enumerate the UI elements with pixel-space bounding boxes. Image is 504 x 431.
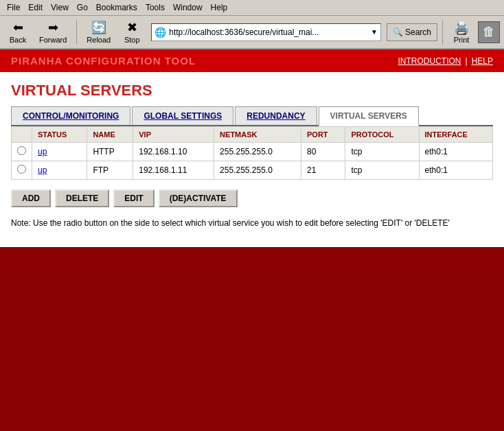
help-link[interactable]: HELP <box>472 56 493 66</box>
main-content: VIRTUAL SERVERS CONTROL/MONITORING GLOBA… <box>0 72 504 247</box>
search-label: Search <box>405 27 431 37</box>
menu-window[interactable]: Window <box>169 1 207 14</box>
content-area: CONTROL/MONITORING GLOBAL SETTINGS REDUN… <box>0 106 504 240</box>
forward-button[interactable]: ➡ Forward <box>34 18 71 46</box>
col-status: STATUS <box>32 127 87 143</box>
row1-radio[interactable] <box>17 146 26 155</box>
app-title: PIRANHA CONFIGURATION TOOL <box>11 55 196 67</box>
delete-button[interactable]: DELETE <box>55 189 109 207</box>
dropdown-arrow-icon[interactable]: ▼ <box>371 28 378 36</box>
menu-tools[interactable]: Tools <box>141 1 169 14</box>
col-protocol: PROTOCOL <box>345 127 419 143</box>
row2-status-value[interactable]: up <box>38 165 47 175</box>
back-button[interactable]: ⬅ Back <box>4 18 32 46</box>
toolbar: ⬅ Back ➡ Forward 🔄 Reload ✖ Stop 🌐 ▼ 🔍 S… <box>0 16 504 49</box>
header-links: INTRODUCTION | HELP <box>398 56 493 66</box>
edit-button[interactable]: EDIT <box>113 189 154 207</box>
row1-radio-cell[interactable] <box>12 143 32 161</box>
browser-window: PIRANHA CONFIGURATION TOOL INTRODUCTION … <box>0 49 504 431</box>
extra-toolbar-button[interactable]: 🗑 <box>478 21 500 43</box>
table-row: up FTP 192.168.1.11 255.255.255.0 21 tcp… <box>12 161 493 180</box>
row1-port: 80 <box>301 143 345 161</box>
row1-status-value[interactable]: up <box>38 147 47 156</box>
stop-icon: ✖ <box>127 20 137 35</box>
table-row: up HTTP 192.168.1.10 255.255.255.0 80 tc… <box>12 143 493 161</box>
print-button[interactable]: 🖨️ Print <box>448 19 475 46</box>
col-vip: VIP <box>133 127 214 143</box>
tab-virtual-servers[interactable]: VIRTUAL SERVERS <box>319 106 419 126</box>
menu-bookmarks[interactable]: Bookmarks <box>92 1 141 14</box>
toolbar-sep-1 <box>76 20 77 45</box>
row1-name: HTTP <box>87 143 133 161</box>
row2-vip: 192.168.1.11 <box>133 161 214 180</box>
row2-name: FTP <box>87 161 133 180</box>
tab-control-monitoring[interactable]: CONTROL/MONITORING <box>11 106 130 125</box>
stop-label: Stop <box>124 36 140 44</box>
col-port: PORT <box>301 127 345 143</box>
reload-label: Reload <box>87 36 111 44</box>
row1-interface: eth0:1 <box>419 143 492 161</box>
forward-label: Forward <box>39 36 67 44</box>
app-header: PIRANHA CONFIGURATION TOOL INTRODUCTION … <box>0 49 504 72</box>
row1-status: up <box>32 143 87 161</box>
row1-protocol: tcp <box>345 143 419 161</box>
menu-view[interactable]: View <box>47 1 73 14</box>
row2-port: 21 <box>301 161 345 180</box>
add-button[interactable]: ADD <box>11 189 51 207</box>
trash-icon: 🗑 <box>483 25 495 39</box>
stop-button[interactable]: ✖ Stop <box>118 18 146 46</box>
brand-name: PIRANHA <box>11 55 62 67</box>
row2-protocol: tcp <box>345 161 419 180</box>
print-label: Print <box>454 36 470 44</box>
tab-global-settings[interactable]: GLOBAL SETTINGS <box>132 106 233 125</box>
toolbar-sep-2 <box>442 20 443 45</box>
note-text: Note: Use the radio button on the side t… <box>11 217 493 229</box>
app-title-rest: CONFIGURATION TOOL <box>62 55 196 67</box>
menu-file[interactable]: File <box>3 1 24 14</box>
page-title: VIRTUAL SERVERS <box>0 72 504 106</box>
row2-netmask: 255.255.255.0 <box>214 161 301 180</box>
menu-bar: File Edit View Go Bookmarks Tools Window… <box>0 0 504 16</box>
reload-icon: 🔄 <box>91 20 106 35</box>
row2-radio-cell[interactable] <box>12 161 32 180</box>
back-icon: ⬅ <box>13 20 23 35</box>
row2-status: up <box>32 161 87 180</box>
col-radio <box>12 127 32 143</box>
search-button[interactable]: 🔍 Search <box>387 23 437 41</box>
address-bar[interactable]: 🌐 ▼ <box>151 23 381 41</box>
col-netmask: NETMASK <box>214 127 301 143</box>
nav-tabs: CONTROL/MONITORING GLOBAL SETTINGS REDUN… <box>11 106 493 126</box>
virtual-servers-table: STATUS NAME VIP NETMASK PORT PROTOCOL IN… <box>11 126 493 180</box>
row1-netmask: 255.255.255.0 <box>214 143 301 161</box>
intro-link[interactable]: INTRODUCTION <box>398 56 461 66</box>
row1-vip: 192.168.1.10 <box>133 143 214 161</box>
deactivate-button[interactable]: (DE)ACTIVATE <box>159 189 238 207</box>
back-label: Back <box>10 36 26 44</box>
forward-icon: ➡ <box>48 20 58 35</box>
menu-go[interactable]: Go <box>73 1 92 14</box>
address-input[interactable] <box>169 27 371 37</box>
action-buttons: ADD DELETE EDIT (DE)ACTIVATE <box>11 189 493 207</box>
search-icon: 🔍 <box>393 27 403 37</box>
col-interface: INTERFACE <box>419 127 492 143</box>
row2-radio[interactable] <box>17 165 26 174</box>
menu-help[interactable]: Help <box>207 1 232 14</box>
globe-icon: 🌐 <box>154 27 166 38</box>
reload-button[interactable]: 🔄 Reload <box>82 18 115 46</box>
row2-interface: eth0:1 <box>419 161 492 180</box>
col-name: NAME <box>87 127 133 143</box>
tab-redundancy[interactable]: REDUNDANCY <box>235 106 317 125</box>
menu-edit[interactable]: Edit <box>24 1 47 14</box>
header-separator: | <box>466 56 468 66</box>
bottom-fill <box>0 247 504 316</box>
print-icon: 🖨️ <box>454 21 469 36</box>
